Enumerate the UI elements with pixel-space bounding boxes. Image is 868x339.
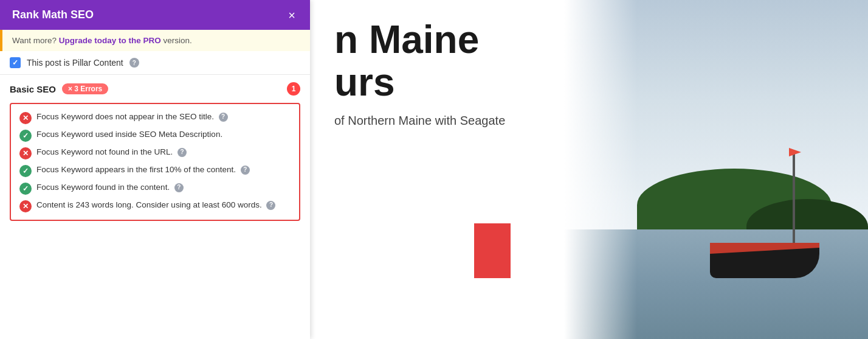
check-item: ✓ Focus Keyword appears in the first 10%… (19, 164, 291, 177)
section-header: Basic SEO × 3 Errors 1 (10, 82, 300, 96)
seo-checks-box: ✕ Focus Keyword does not appear in the S… (10, 103, 300, 221)
article-title: n Maine urs (334, 18, 505, 104)
help-icon[interactable]: ? (174, 183, 184, 192)
success-icon: ✓ (19, 130, 32, 142)
check-text: Content is 243 words long. Consider usin… (36, 200, 291, 211)
error-icon: ✕ (19, 147, 32, 159)
notification-badge: 1 (287, 82, 300, 96)
close-button[interactable]: × (286, 9, 298, 21)
boat-image-area (564, 0, 868, 339)
basic-seo-section: Basic SEO × 3 Errors 1 ✕ Focus Keyword d… (0, 75, 310, 339)
check-text: Focus Keyword not found in the URL. ? (36, 147, 291, 158)
boat-body (710, 205, 819, 278)
check-text: Focus Keyword used inside SEO Meta Descr… (36, 129, 291, 141)
help-icon[interactable]: ? (177, 148, 187, 157)
success-icon: ✓ (19, 165, 32, 177)
check-item: ✕ Focus Keyword does not appear in the S… (19, 111, 291, 124)
help-icon[interactable]: ? (219, 113, 228, 122)
article-subtitle: of Northern Maine with Seagate (334, 114, 505, 128)
title-line-2: urs (334, 61, 505, 103)
upgrade-suffix: version. (164, 36, 192, 45)
panel-title: Rank Math SEO (12, 9, 94, 21)
pillar-content-row: This post is Pillar Content ? (0, 51, 310, 75)
panel-header: Rank Math SEO × (0, 0, 310, 30)
upgrade-link[interactable]: Upgrade today to the PRO (59, 36, 161, 45)
upgrade-text: Want more? (12, 36, 57, 45)
rank-math-panel: Rank Math SEO × Want more? Upgrade today… (0, 0, 310, 339)
help-icon[interactable]: ? (266, 201, 275, 210)
help-icon[interactable]: ? (241, 166, 250, 175)
check-text: Focus Keyword does not appear in the SEO… (36, 111, 291, 123)
errors-badge: × 3 Errors (62, 83, 108, 94)
fade-overlay (564, 0, 637, 339)
check-item: ✓ Focus Keyword used inside SEO Meta Des… (19, 129, 291, 142)
section-title: Basic SEO (10, 84, 56, 94)
content-area: n Maine urs of Northern Maine with Seaga… (310, 0, 868, 339)
check-item: ✓ Focus Keyword found in the content. ? (19, 182, 291, 195)
pillar-help-icon[interactable]: ? (129, 58, 139, 68)
check-text: Focus Keyword appears in the first 10% o… (36, 164, 291, 176)
article-preview: n Maine urs of Northern Maine with Seaga… (310, 0, 529, 146)
success-icon: ✓ (19, 183, 32, 195)
pillar-label: This post is Pillar Content (27, 58, 123, 68)
title-line-1: n Maine (334, 18, 505, 61)
error-icon: ✕ (19, 112, 32, 124)
check-item: ✕ Focus Keyword not found in the URL. ? (19, 147, 291, 159)
check-text: Focus Keyword found in the content. ? (36, 182, 291, 194)
error-icon: ✕ (19, 200, 32, 212)
errors-badge-text: × 3 Errors (68, 85, 102, 93)
upgrade-banner: Want more? Upgrade today to the PRO vers… (0, 30, 310, 51)
red-block-decoration (474, 223, 511, 278)
boat-mast (793, 150, 795, 248)
pillar-checkbox[interactable] (10, 57, 21, 68)
check-item: ✕ Content is 243 words long. Consider us… (19, 200, 291, 212)
